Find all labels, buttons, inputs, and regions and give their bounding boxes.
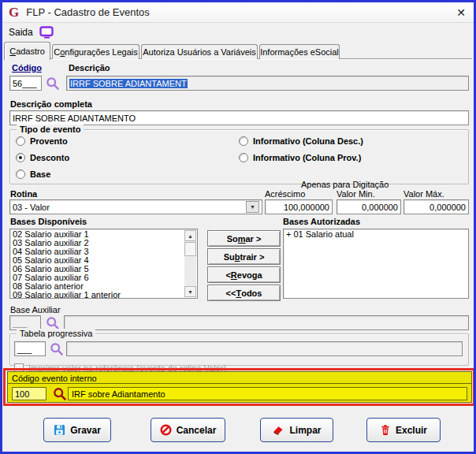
apenas-para-digitacao-label: Apenas para Digitação [301, 180, 389, 189]
tab-informacoes-esocial[interactable]: Informações eSocial [259, 44, 340, 59]
tabela-progressiva-code-input[interactable]: ___ [14, 341, 46, 356]
tab-autoriza-usuarios-a-variaveis[interactable]: Autoriza Usuários a Variáveis [141, 44, 258, 59]
eraser-icon [272, 424, 284, 436]
selected-text: IRRF SOBRE ADIANTAMENT [69, 79, 188, 88]
scroll-down-icon[interactable]: ▼ [184, 286, 196, 297]
codigo-evento-interno-desc-input[interactable]: IRF sobre Adiantamento [68, 387, 467, 400]
acrescimo-label: Acréscimo [265, 189, 305, 199]
magnifier-icon [46, 76, 60, 91]
menu-item-saida[interactable]: Saida [9, 27, 33, 38]
base-auxiliar-label: Base Auxiliar [10, 305, 61, 314]
window-title: FLP - Cadastro de Eventos [26, 6, 150, 18]
magnifier-icon [53, 387, 67, 401]
codigo-evento-interno-search-button[interactable] [52, 386, 67, 401]
cancelar-button[interactable]: Cancelar [151, 418, 225, 442]
bases-disponiveis-list[interactable]: 02 Salario auxiliar 1 03 Salario auxilia… [9, 229, 198, 299]
tabela-progressiva-legend: Tabela progressiva [17, 329, 95, 338]
radio-circle-icon [16, 136, 25, 146]
radio-circle-icon [16, 153, 25, 162]
limpar-label: Limpar [289, 425, 321, 436]
bases-autorizadas-list[interactable]: + 01 Salario atual [283, 229, 469, 299]
descricao-input[interactable]: IRRF SOBRE ADIANTAMENT [66, 76, 469, 91]
revoga-button[interactable]: < Revoga [207, 266, 281, 283]
radio-informativo-desc-label: Informativo (Coluna Desc.) [253, 136, 363, 146]
bases-disponiveis-label: Bases Disponíveis [10, 217, 87, 226]
rotina-selected-value: 03 - Valor [13, 203, 50, 212]
radio-informativo-coluna-prov[interactable]: Informativo (Coluna Prov.) [239, 153, 361, 162]
bases-autorizadas-label: Bases Autorizadas [283, 217, 360, 226]
radio-informativo-coluna-desc[interactable]: Informativo (Coluna Desc.) [239, 136, 363, 146]
valor-min-input[interactable]: 0,000000 [337, 199, 401, 214]
tabela-progressiva-desc-input[interactable] [66, 341, 463, 356]
radio-informativo-prov-label: Informativo (Coluna Prov.) [253, 153, 361, 162]
tab-configuracoes-legais[interactable]: Configurações Legais [52, 44, 139, 59]
excluir-button[interactable]: Excluir [366, 418, 441, 442]
todos-button[interactable]: <<Todos [207, 285, 281, 301]
list-item[interactable]: 09 Salario auxiliar 1 anterior [13, 291, 195, 299]
codigo-evento-interno-group: Código evento interno 100 IRF sobre Adia… [7, 371, 472, 403]
radio-provento[interactable]: Provento [16, 136, 68, 146]
tabela-progressiva-search-button[interactable] [49, 341, 64, 356]
radio-circle-icon [239, 136, 248, 146]
tab-cadastro[interactable]: Cadastro [4, 42, 50, 60]
rotina-label: Rotina [10, 189, 37, 199]
list-item[interactable]: + 01 Salario atual [286, 230, 466, 239]
radio-provento-label: Provento [30, 136, 68, 146]
close-button[interactable]: ✕ [455, 6, 467, 19]
tipo-de-evento-legend: Tipo de evento [17, 125, 84, 134]
cancel-icon [160, 424, 172, 436]
title-bar: G FLP - Cadastro de Eventos ✕ [2, 2, 474, 23]
scroll-thumb[interactable] [184, 242, 196, 256]
excluir-label: Excluir [396, 425, 427, 436]
descricao-label: Descrição [69, 63, 110, 73]
limpar-button[interactable]: Limpar [260, 418, 333, 442]
cancelar-label: Cancelar [177, 425, 217, 436]
valor-min-label: Valor Min. [337, 189, 375, 199]
descricao-completa-label: Descrição completa [10, 99, 92, 109]
gravar-button[interactable]: Gravar [43, 418, 111, 442]
somar-button[interactable]: Somar > [207, 230, 281, 247]
chevron-down-icon[interactable]: ▼ [246, 201, 259, 213]
menu-bar: Saida [2, 24, 474, 41]
subtrair-button[interactable]: Subtrair > [207, 248, 281, 265]
radio-desconto-label: Desconto [30, 153, 69, 162]
dialog-window: G FLP - Cadastro de Eventos ✕ Saida Cada… [0, 0, 476, 454]
app-logo-icon: G [9, 6, 19, 19]
valor-max-input[interactable]: 0,000000 [403, 199, 469, 214]
radio-base-label: Base [30, 169, 50, 179]
codigo-input[interactable]: 56___ [9, 76, 42, 91]
valor-max-label: Valor Máx. [403, 189, 444, 199]
magnifier-icon [50, 342, 64, 356]
exit-monitor-icon[interactable] [39, 26, 54, 39]
scroll-up-icon[interactable]: ▲ [184, 230, 196, 241]
radio-base[interactable]: Base [16, 169, 50, 179]
base-auxiliar-desc-input[interactable] [64, 315, 469, 330]
scrollbar[interactable]: ▲ ▼ [184, 230, 196, 297]
magnifier-icon [46, 316, 60, 330]
codigo-evento-interno-code-input[interactable]: 100 [12, 387, 46, 400]
radio-circle-icon [16, 169, 25, 179]
gravar-label: Gravar [70, 425, 101, 436]
radio-desconto[interactable]: Desconto [16, 153, 69, 162]
descricao-completa-input[interactable]: IRRF SOBRE ADIANTAMENTO [9, 110, 469, 125]
codigo-search-button[interactable] [45, 76, 60, 91]
acrescimo-input[interactable]: 100,000000 [265, 199, 333, 214]
rotina-select[interactable]: 03 - Valor ▼ [9, 199, 262, 214]
trash-icon [380, 424, 391, 436]
save-floppy-icon [54, 424, 65, 436]
codigo-label: Código [12, 63, 42, 73]
codigo-evento-interno-label: Código evento interno [8, 372, 471, 384]
radio-circle-icon [239, 153, 248, 162]
